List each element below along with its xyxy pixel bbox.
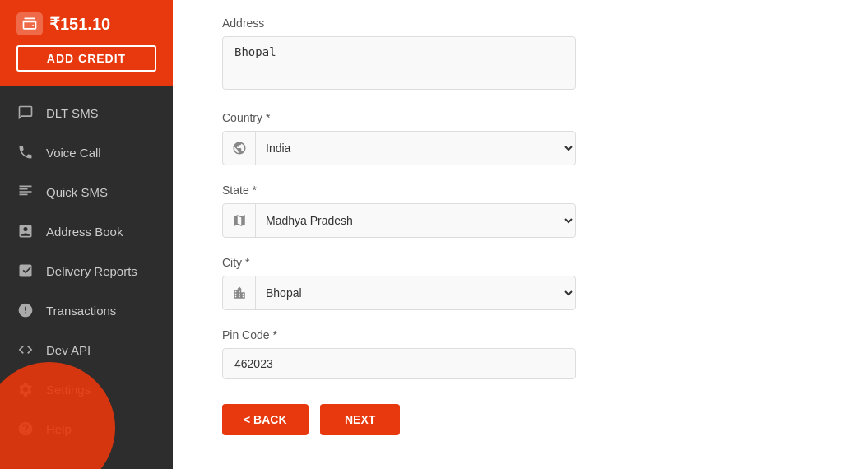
delivery-reports-label: Delivery Reports [46, 264, 137, 278]
state-label: State * [222, 183, 819, 197]
city-label: City * [222, 256, 819, 269]
back-button[interactable]: < BACK [222, 404, 309, 435]
country-group: Country * India United States United Kin… [222, 111, 819, 165]
quick-sms-icon [16, 183, 35, 201]
country-label: Country * [222, 111, 819, 124]
next-button[interactable]: NEXT [320, 404, 400, 435]
state-select[interactable]: Madhya Pradesh Maharashtra Delhi [256, 204, 575, 237]
phone-icon [16, 143, 35, 161]
dev-api-label: Dev API [46, 343, 91, 357]
sidebar-item-dev-api[interactable]: Dev API [0, 330, 173, 369]
pin-code-group: Pin Code * [222, 328, 819, 379]
button-row: < BACK NEXT [222, 404, 819, 435]
state-group: State * Madhya Pradesh Maharashtra Delhi [222, 183, 819, 238]
voice-call-label: Voice Call [46, 146, 101, 160]
city-select[interactable]: Bhopal Indore Gwalior [256, 276, 575, 309]
map-icon [223, 204, 256, 237]
address-group: Address [222, 16, 819, 93]
quick-sms-label: Quick SMS [46, 185, 108, 199]
sidebar-header: ₹151.10 ADD CREDIT [0, 0, 173, 86]
main-panel: Address Country * India United States Un… [173, 0, 868, 469]
country-select[interactable]: India United States United Kingdom [256, 132, 575, 165]
globe-icon [223, 132, 256, 165]
state-input-wrapper: Madhya Pradesh Maharashtra Delhi [222, 203, 576, 238]
address-book-label: Address Book [46, 225, 123, 239]
sidebar-item-delivery-reports[interactable]: Delivery Reports [0, 251, 173, 290]
country-input-wrapper: India United States United Kingdom [222, 131, 576, 165]
transactions-icon [16, 301, 35, 319]
pin-code-input[interactable] [222, 348, 576, 379]
sidebar-item-transactions[interactable]: Transactions [0, 290, 173, 330]
transactions-label: Transactions [46, 304, 116, 318]
sidebar-item-dlt-sms[interactable]: DLT SMS [0, 93, 173, 132]
report-icon [16, 262, 35, 280]
sidebar-item-quick-sms[interactable]: Quick SMS [0, 172, 173, 211]
wallet-icon [16, 12, 43, 35]
city-group: City * Bhopal Indore Gwalior [222, 256, 819, 310]
address-icon [16, 222, 35, 240]
balance-row: ₹151.10 [16, 12, 110, 35]
address-input[interactable] [222, 36, 576, 90]
pin-code-label: Pin Code * [222, 328, 819, 341]
city-input-wrapper: Bhopal Indore Gwalior [222, 276, 576, 310]
sidebar-item-voice-call[interactable]: Voice Call [0, 132, 173, 172]
sidebar: ₹151.10 ADD CREDIT DLT SMS Voice Call Qu… [0, 0, 173, 469]
add-credit-button[interactable]: ADD CREDIT [16, 45, 156, 72]
city-icon [223, 276, 256, 309]
address-label: Address [222, 16, 819, 30]
dlt-sms-label: DLT SMS [46, 106, 99, 120]
api-icon [16, 341, 35, 359]
balance-amount: ₹151.10 [49, 14, 110, 34]
message-icon [16, 104, 35, 122]
sidebar-item-address-book[interactable]: Address Book [0, 211, 173, 251]
